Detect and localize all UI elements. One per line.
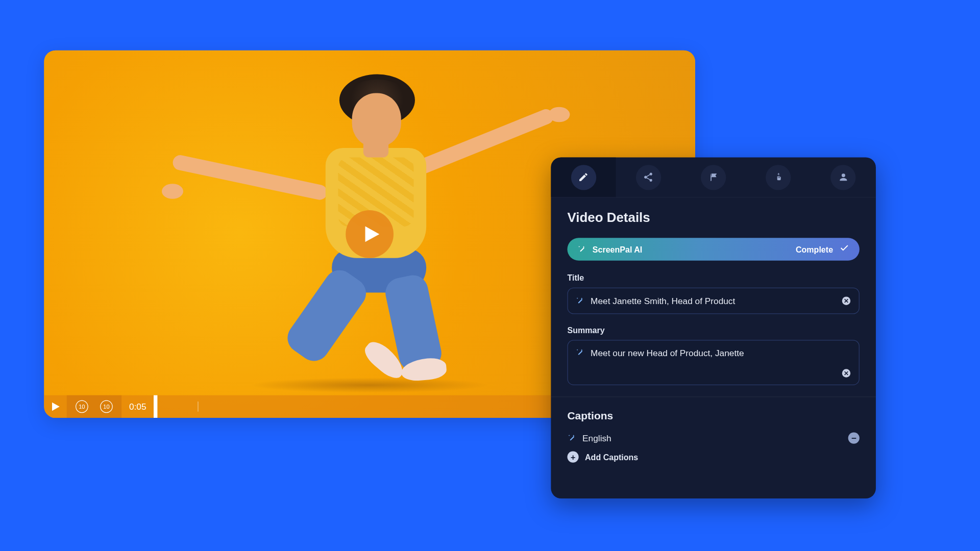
title-field-label: Title bbox=[567, 273, 859, 283]
ai-status-label: ScreenPal AI bbox=[593, 244, 790, 254]
add-captions-label: Add Captions bbox=[585, 452, 638, 462]
title-input[interactable]: Meet Janette Smith, Head of Product bbox=[567, 288, 859, 314]
current-time: 0:05 bbox=[121, 402, 154, 412]
summary-value: Meet our new Head of Product, Janette bbox=[591, 348, 851, 358]
forward-10-button[interactable]: 10 bbox=[95, 395, 117, 418]
tab-enhance[interactable] bbox=[681, 157, 746, 197]
tab-account[interactable] bbox=[811, 157, 876, 197]
tab-edit[interactable] bbox=[551, 157, 616, 197]
close-circle-icon bbox=[841, 296, 851, 306]
add-captions-button[interactable]: + Add Captions bbox=[567, 451, 859, 462]
sparkle-flag-icon bbox=[708, 172, 719, 183]
caption-language-row[interactable]: English − bbox=[567, 432, 859, 443]
share-icon bbox=[643, 172, 654, 183]
section-divider bbox=[551, 396, 876, 397]
pencil-icon bbox=[578, 172, 589, 183]
skip-controls: 10 10 bbox=[67, 395, 121, 418]
tab-share[interactable] bbox=[616, 157, 681, 197]
summary-input[interactable]: Meet our new Head of Product, Janette bbox=[567, 340, 859, 385]
forward-icon: 10 bbox=[100, 400, 113, 413]
caption-language: English bbox=[582, 433, 842, 443]
svg-point-0 bbox=[715, 173, 716, 174]
wand-icon bbox=[577, 245, 586, 254]
tab-interact[interactable] bbox=[746, 157, 811, 197]
wand-icon bbox=[576, 348, 584, 357]
ai-status-pill[interactable]: ScreenPal AI Complete bbox=[567, 238, 859, 260]
wand-icon bbox=[567, 434, 576, 442]
play-button[interactable] bbox=[346, 210, 394, 258]
remove-caption-button[interactable]: − bbox=[848, 432, 860, 443]
progress-marker bbox=[198, 402, 199, 412]
close-circle-icon bbox=[841, 368, 851, 379]
clear-summary-button[interactable] bbox=[841, 368, 851, 379]
panel-tabs bbox=[551, 157, 876, 197]
summary-field-label: Summary bbox=[567, 325, 859, 335]
rewind-10-button[interactable]: 10 bbox=[70, 395, 93, 418]
play-icon bbox=[51, 402, 61, 412]
hand-sparkle-icon bbox=[773, 172, 783, 183]
rewind-icon: 10 bbox=[76, 400, 88, 413]
captions-heading: Captions bbox=[567, 410, 859, 422]
video-details-panel: Video Details ScreenPal AI Complete Titl… bbox=[551, 157, 876, 498]
person-icon bbox=[838, 172, 849, 183]
wand-icon bbox=[576, 296, 584, 305]
title-value: Meet Janette Smith, Head of Product bbox=[591, 296, 835, 306]
check-icon bbox=[839, 243, 849, 256]
clear-title-button[interactable] bbox=[841, 296, 851, 306]
play-icon bbox=[362, 224, 381, 243]
progress-handle[interactable] bbox=[154, 395, 157, 418]
ai-status-text: Complete bbox=[796, 244, 833, 254]
panel-heading: Video Details bbox=[567, 210, 859, 226]
plus-icon: + bbox=[567, 451, 578, 462]
play-small-button[interactable] bbox=[44, 395, 66, 418]
